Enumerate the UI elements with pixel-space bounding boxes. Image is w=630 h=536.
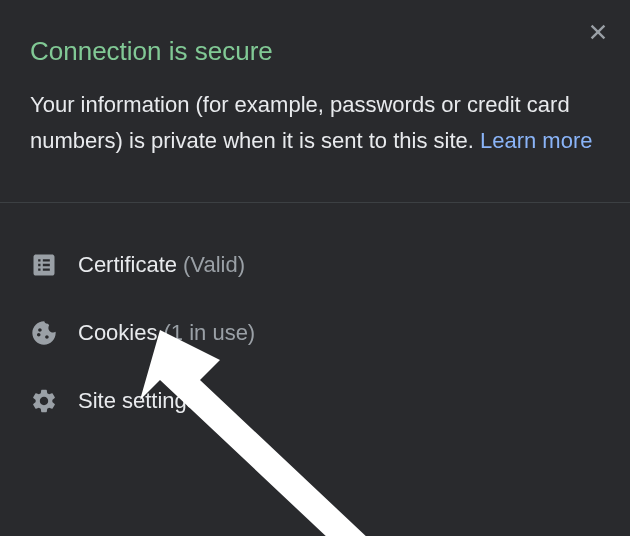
site-info-popup: Connection is secure Your information (f… [0, 0, 630, 536]
connection-title: Connection is secure [30, 36, 600, 67]
certificate-status: (Valid) [183, 252, 245, 278]
cookie-icon [30, 319, 78, 347]
header: Connection is secure Your information (f… [0, 0, 630, 160]
cookies-label: Cookies [78, 320, 157, 346]
site-settings-item[interactable]: Site settings [0, 367, 630, 435]
learn-more-link[interactable]: Learn more [480, 128, 593, 153]
menu-list: Certificate (Valid) Cookies (1 in use) S… [0, 203, 630, 435]
cookies-status: (1 in use) [163, 320, 255, 346]
site-settings-label: Site settings [78, 388, 198, 414]
close-button[interactable] [584, 18, 612, 46]
certificate-icon [30, 251, 78, 279]
cookies-item[interactable]: Cookies (1 in use) [0, 299, 630, 367]
certificate-label: Certificate [78, 252, 177, 278]
certificate-item[interactable]: Certificate (Valid) [0, 231, 630, 299]
close-icon [587, 21, 609, 43]
connection-description: Your information (for example, passwords… [30, 87, 600, 160]
gear-icon [30, 387, 78, 415]
